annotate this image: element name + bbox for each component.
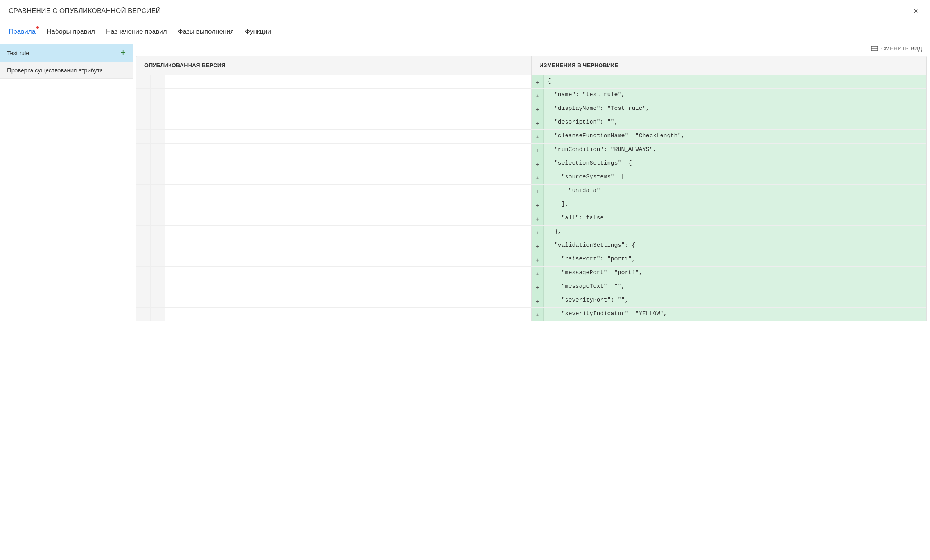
diff-marker: + xyxy=(532,75,544,88)
diff-gutter xyxy=(151,253,165,266)
diff-cell-right: + }, xyxy=(532,226,927,239)
diff-code: "validationSettings": { xyxy=(544,239,927,253)
diff-gutter xyxy=(151,280,165,294)
diff-cell-left xyxy=(136,226,532,239)
toolbar: СМЕНИТЬ ВИД xyxy=(133,41,930,56)
diff-code: "raisePort": "port1", xyxy=(544,253,927,266)
diff-code: "selectionSettings": { xyxy=(544,157,927,171)
diff-gutter xyxy=(151,239,165,253)
sidebar-item[interactable]: Test rule+ xyxy=(0,44,133,62)
diff-code: "name": "test_rule", xyxy=(544,89,927,102)
diff-row: + ], xyxy=(136,198,926,212)
diff-gutter xyxy=(136,144,151,157)
sidebar-item[interactable]: Проверка существования атрибута xyxy=(0,62,133,79)
diff-header: ОПУБЛИКОВАННАЯ ВЕРСИЯ ИЗМЕНЕНИЯ В ЧЕРНОВ… xyxy=(136,56,927,75)
diff-cell-left xyxy=(136,280,532,294)
tab-3[interactable]: Фазы выполнения xyxy=(178,22,234,41)
diff-code: "messagePort": "port1", xyxy=(544,267,927,280)
tab-2[interactable]: Назначение правил xyxy=(106,22,167,41)
diff-code-empty xyxy=(165,267,531,280)
tab-0[interactable]: Правила xyxy=(9,22,36,41)
diff-gutter xyxy=(136,185,151,198)
diff-cell-right: + "sourceSystems": [ xyxy=(532,171,927,184)
diff-code-empty xyxy=(165,157,531,171)
diff-gutter xyxy=(151,89,165,102)
diff-code: "messageText": "", xyxy=(544,280,927,294)
diff-gutter xyxy=(151,102,165,116)
diff-code-empty xyxy=(165,116,531,129)
plus-icon: + xyxy=(120,48,126,57)
diff-marker: + xyxy=(532,144,544,157)
diff-code: "unidata" xyxy=(544,185,927,198)
tab-label: Фазы выполнения xyxy=(178,28,234,35)
diff-code-empty xyxy=(165,75,531,88)
diff-gutter xyxy=(136,75,151,88)
sidebar-item-label: Test rule xyxy=(7,50,29,56)
diff-row: + "severityPort": "", xyxy=(136,294,926,308)
diff-cell-right: + "severityPort": "", xyxy=(532,294,927,307)
diff-row: + "raisePort": "port1", xyxy=(136,253,926,267)
sidebar-item-label: Проверка существования атрибута xyxy=(7,67,103,74)
close-icon xyxy=(912,7,920,15)
diff-code: "runCondition": "RUN_ALWAYS", xyxy=(544,144,927,157)
diff-gutter xyxy=(151,116,165,129)
diff-cell-left xyxy=(136,157,532,171)
dirty-indicator-icon xyxy=(36,26,39,29)
diff-cell-left xyxy=(136,75,532,88)
diff-row: + "selectionSettings": { xyxy=(136,157,926,171)
tab-label: Наборы правил xyxy=(47,28,95,35)
diff-gutter xyxy=(136,280,151,294)
diff-cell-right: + "name": "test_rule", xyxy=(532,89,927,102)
diff-code: "displayName": "Test rule", xyxy=(544,102,927,116)
tabs: ПравилаНаборы правилНазначение правилФаз… xyxy=(0,22,930,41)
diff-marker: + xyxy=(532,294,544,307)
diff-code: "description": "", xyxy=(544,116,927,129)
diff-row: + "runCondition": "RUN_ALWAYS", xyxy=(136,144,926,157)
diff-row: +{ xyxy=(136,75,926,89)
diff-gutter xyxy=(151,144,165,157)
diff-marker: + xyxy=(532,130,544,143)
diff-gutter xyxy=(136,116,151,129)
diff-row: + "name": "test_rule", xyxy=(136,89,926,102)
diff-cell-right: + "description": "", xyxy=(532,116,927,129)
diff-marker: + xyxy=(532,226,544,239)
diff-code-empty xyxy=(165,226,531,239)
diff-cell-left xyxy=(136,308,532,321)
diff-body: +{+ "name": "test_rule",+ "displayName":… xyxy=(136,75,927,321)
diff-gutter xyxy=(151,157,165,171)
diff-cell-right: + "messagePort": "port1", xyxy=(532,267,927,280)
diff-gutter xyxy=(136,239,151,253)
diff-code: { xyxy=(544,75,927,88)
diff-container[interactable]: ОПУБЛИКОВАННАЯ ВЕРСИЯ ИЗМЕНЕНИЯ В ЧЕРНОВ… xyxy=(133,56,930,558)
diff-cell-left xyxy=(136,253,532,266)
diff-code-empty xyxy=(165,239,531,253)
diff-row: + "displayName": "Test rule", xyxy=(136,102,926,116)
close-button[interactable] xyxy=(910,5,921,16)
diff-cell-right: + ], xyxy=(532,198,927,212)
diff-marker: + xyxy=(532,212,544,225)
diff-cell-right: + "validationSettings": { xyxy=(532,239,927,253)
diff-cell-right: + "selectionSettings": { xyxy=(532,157,927,171)
tab-label: Назначение правил xyxy=(106,28,167,35)
diff-code-empty xyxy=(165,171,531,184)
diff-gutter xyxy=(151,130,165,143)
sidebar: Test rule+Проверка существования атрибут… xyxy=(0,41,133,558)
diff-gutter xyxy=(136,102,151,116)
diff-row: + "severityIndicator": "YELLOW", xyxy=(136,308,926,321)
diff-cell-left xyxy=(136,212,532,225)
diff-gutter xyxy=(136,253,151,266)
diff-marker: + xyxy=(532,185,544,198)
diff-gutter xyxy=(151,198,165,212)
tab-4[interactable]: Функции xyxy=(245,22,271,41)
change-view-button[interactable]: СМЕНИТЬ ВИД xyxy=(871,45,922,52)
diff-marker: + xyxy=(532,308,544,321)
diff-code-empty xyxy=(165,294,531,307)
diff-cell-right: + "messageText": "", xyxy=(532,280,927,294)
diff-gutter xyxy=(136,294,151,307)
tab-1[interactable]: Наборы правил xyxy=(47,22,95,41)
diff-cell-right: + "cleanseFunctionName": "CheckLength", xyxy=(532,130,927,143)
diff-gutter xyxy=(136,267,151,280)
diff-row: + "messagePort": "port1", xyxy=(136,267,926,280)
diff-row: + "description": "", xyxy=(136,116,926,130)
diff-marker: + xyxy=(532,171,544,184)
